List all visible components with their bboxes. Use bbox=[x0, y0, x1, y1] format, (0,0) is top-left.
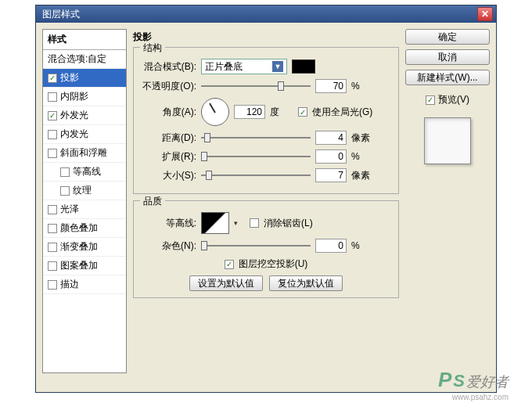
style-item[interactable]: 图案叠加 bbox=[43, 257, 126, 275]
slider-thumb[interactable] bbox=[204, 133, 210, 142]
settings-column: 投影 结构 混合模式(B): 正片叠底 ▼ 不透明度(O): bbox=[133, 29, 399, 386]
angle-dial[interactable] bbox=[201, 98, 229, 126]
preview-checkbox[interactable] bbox=[426, 95, 435, 105]
style-item[interactable]: 斜面和浮雕 bbox=[43, 144, 126, 163]
style-checkbox[interactable] bbox=[48, 111, 57, 121]
distance-row: 距离(D): 像素 bbox=[140, 131, 392, 145]
structure-legend: 结构 bbox=[140, 41, 165, 55]
slider-thumb[interactable] bbox=[201, 152, 207, 161]
style-item[interactable]: 等高线 bbox=[43, 163, 126, 182]
size-label: 大小(S): bbox=[140, 169, 196, 182]
styles-column: 样式 混合选项:自定 投影内阴影外发光内发光斜面和浮雕等高线纹理光泽颜色叠加渐变… bbox=[42, 29, 127, 386]
style-label: 内发光 bbox=[60, 128, 88, 141]
angle-row: 角度(A): 度 使用全局光(G) bbox=[140, 98, 392, 126]
style-checkbox[interactable] bbox=[48, 74, 57, 83]
size-slider[interactable] bbox=[201, 170, 311, 181]
angle-label: 角度(A): bbox=[140, 106, 196, 119]
window-title: 图层样式 bbox=[39, 8, 477, 21]
style-label: 外发光 bbox=[60, 109, 88, 122]
noise-row: 杂色(N): % bbox=[140, 239, 392, 253]
style-checkbox[interactable] bbox=[48, 243, 57, 252]
set-default-button[interactable]: 设置为默认值 bbox=[189, 275, 263, 291]
spread-label: 扩展(R): bbox=[140, 150, 196, 164]
spread-slider[interactable] bbox=[201, 151, 311, 162]
slider-thumb[interactable] bbox=[206, 171, 212, 180]
style-label: 描边 bbox=[60, 278, 79, 291]
watermark-url: www.psahz.com bbox=[452, 393, 509, 401]
default-buttons: 设置为默认值 复位为默认值 bbox=[140, 275, 392, 291]
contour-picker[interactable] bbox=[201, 212, 229, 234]
titlebar[interactable]: 图层样式 ✕ bbox=[36, 5, 496, 23]
ok-button[interactable]: 确定 bbox=[405, 29, 490, 45]
antialias-checkbox[interactable] bbox=[250, 218, 259, 228]
cancel-button[interactable]: 取消 bbox=[405, 49, 490, 65]
style-checkbox[interactable] bbox=[48, 130, 57, 139]
knockout-row: 图层挖空投影(U) bbox=[140, 257, 392, 271]
style-item[interactable]: 纹理 bbox=[43, 182, 126, 200]
style-item[interactable]: 光泽 bbox=[43, 200, 126, 219]
style-item[interactable]: 渐变叠加 bbox=[43, 238, 126, 257]
distance-label: 距离(D): bbox=[140, 131, 196, 145]
style-item[interactable]: 内阴影 bbox=[43, 88, 126, 106]
knockout-label: 图层挖空投影(U) bbox=[239, 257, 308, 271]
style-item[interactable]: 内发光 bbox=[43, 125, 126, 144]
opacity-slider[interactable] bbox=[201, 81, 311, 92]
preview-swatch bbox=[424, 117, 471, 164]
style-item[interactable]: 颜色叠加 bbox=[43, 219, 126, 238]
contour-row: 等高线: 消除锯齿(L) bbox=[140, 212, 392, 234]
style-checkbox[interactable] bbox=[48, 261, 57, 271]
style-checkbox[interactable] bbox=[48, 149, 57, 158]
global-light-checkbox[interactable] bbox=[298, 107, 307, 117]
style-label: 纹理 bbox=[73, 184, 92, 197]
style-item[interactable]: 投影 bbox=[43, 69, 126, 88]
style-label: 光泽 bbox=[60, 203, 79, 216]
slider-thumb[interactable] bbox=[201, 241, 207, 250]
noise-input[interactable] bbox=[315, 239, 347, 253]
close-icon: ✕ bbox=[481, 9, 489, 20]
blend-options-item[interactable]: 混合选项:自定 bbox=[43, 50, 126, 69]
size-input[interactable] bbox=[315, 168, 347, 182]
panel-title: 投影 bbox=[133, 29, 399, 47]
style-checkbox[interactable] bbox=[48, 224, 57, 233]
opacity-input[interactable] bbox=[315, 79, 347, 93]
spread-row: 扩展(R): % bbox=[140, 149, 392, 164]
style-checkbox[interactable] bbox=[60, 167, 70, 177]
styles-list: 投影内阴影外发光内发光斜面和浮雕等高线纹理光泽颜色叠加渐变叠加图案叠加描边 bbox=[43, 69, 126, 294]
reset-default-button[interactable]: 复位为默认值 bbox=[269, 275, 343, 291]
close-button[interactable]: ✕ bbox=[477, 7, 493, 21]
global-light-label: 使用全局光(G) bbox=[312, 106, 372, 119]
style-checkbox[interactable] bbox=[60, 186, 70, 196]
knockout-checkbox[interactable] bbox=[225, 260, 234, 269]
preview-row: 预览(V) bbox=[405, 93, 490, 106]
antialias-label: 消除锯齿(L) bbox=[264, 217, 313, 230]
dialog-body: 样式 混合选项:自定 投影内阴影外发光内发光斜面和浮雕等高线纹理光泽颜色叠加渐变… bbox=[36, 23, 496, 392]
quality-fieldset: 品质 等高线: 消除锯齿(L) 杂色(N): % bbox=[133, 200, 399, 298]
contour-label: 等高线: bbox=[140, 217, 196, 230]
spread-input[interactable] bbox=[315, 149, 347, 164]
slider-thumb[interactable] bbox=[278, 81, 284, 91]
distance-slider[interactable] bbox=[201, 132, 311, 143]
distance-input[interactable] bbox=[315, 131, 347, 145]
quality-legend: 品质 bbox=[140, 195, 165, 208]
style-item[interactable]: 描边 bbox=[43, 275, 126, 294]
style-label: 颜色叠加 bbox=[60, 221, 98, 235]
styles-header: 样式 bbox=[43, 30, 126, 50]
style-label: 等高线 bbox=[73, 165, 101, 178]
style-checkbox[interactable] bbox=[48, 280, 57, 290]
noise-label: 杂色(N): bbox=[140, 239, 196, 253]
opacity-row: 不透明度(O): % bbox=[140, 79, 392, 93]
style-checkbox[interactable] bbox=[48, 92, 57, 102]
blend-mode-select[interactable]: 正片叠底 ▼ bbox=[201, 59, 287, 74]
angle-input[interactable] bbox=[234, 105, 265, 119]
preview-label: 预览(V) bbox=[438, 93, 469, 106]
style-checkbox[interactable] bbox=[48, 205, 57, 214]
style-label: 渐变叠加 bbox=[60, 240, 98, 254]
style-item[interactable]: 外发光 bbox=[43, 106, 126, 125]
shadow-color-swatch[interactable] bbox=[292, 59, 315, 74]
new-style-button[interactable]: 新建样式(W)... bbox=[405, 70, 490, 85]
size-row: 大小(S): 像素 bbox=[140, 168, 392, 182]
style-label: 内阴影 bbox=[60, 90, 88, 103]
action-column: 确定 取消 新建样式(W)... 预览(V) bbox=[405, 29, 490, 386]
chevron-down-icon: ▼ bbox=[272, 61, 283, 72]
noise-slider[interactable] bbox=[201, 240, 311, 251]
